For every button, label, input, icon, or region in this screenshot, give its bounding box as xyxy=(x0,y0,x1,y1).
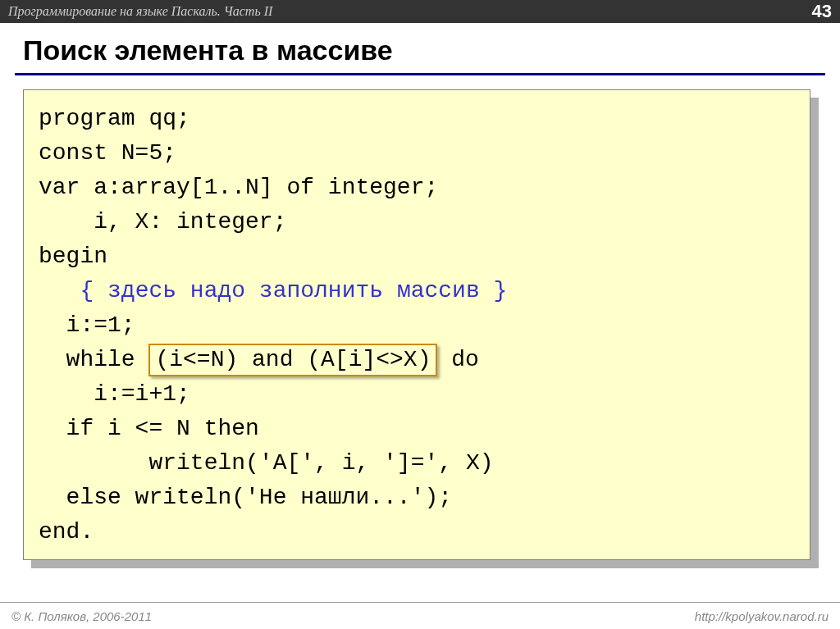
code-line-2: const N=5; xyxy=(39,140,176,166)
code-line-8b: do xyxy=(437,347,478,372)
slide: Программирование на языке Паскаль. Часть… xyxy=(0,0,840,629)
code-comment: { здесь надо заполнить массив } xyxy=(80,278,507,303)
highlight-condition: (i<=N) and (A[i]<>X) xyxy=(148,344,437,376)
code-line-10: if i <= N then xyxy=(39,416,259,441)
code-line-9: i:=i+1; xyxy=(39,381,190,407)
header-bar: Программирование на языке Паскаль. Часть… xyxy=(0,0,840,23)
footer-url: http://kpolyakov.narod.ru xyxy=(695,609,829,623)
code-line-4: i, X: integer; xyxy=(39,209,286,235)
code-line-3: var a:array[1..N] of integer; xyxy=(39,175,438,200)
code-line-12: else writeln('Не нашли...'); xyxy=(39,485,452,510)
code-line-5: begin xyxy=(39,244,107,269)
copyright: © К. Поляков, 2006-2011 xyxy=(11,609,152,623)
page-number: 43 xyxy=(812,1,832,22)
code-line-7: i:=1; xyxy=(39,312,135,338)
code-line-6-indent xyxy=(39,278,80,303)
code-line-11: writeln('A[', i, ']=', X) xyxy=(39,450,494,476)
code-line-1: program qq; xyxy=(39,106,190,131)
title-underline xyxy=(15,73,825,75)
code-line-13: end. xyxy=(39,519,94,545)
course-title: Программирование на языке Паскаль. Часть… xyxy=(8,4,272,19)
footer-bar: © К. Поляков, 2006-2011 http://kpolyakov… xyxy=(0,602,840,629)
code-line-8a: while xyxy=(39,347,148,372)
code-box: program qq; const N=5; var a:array[1..N]… xyxy=(23,89,810,560)
slide-title: Поиск элемента в массиве xyxy=(23,34,840,66)
